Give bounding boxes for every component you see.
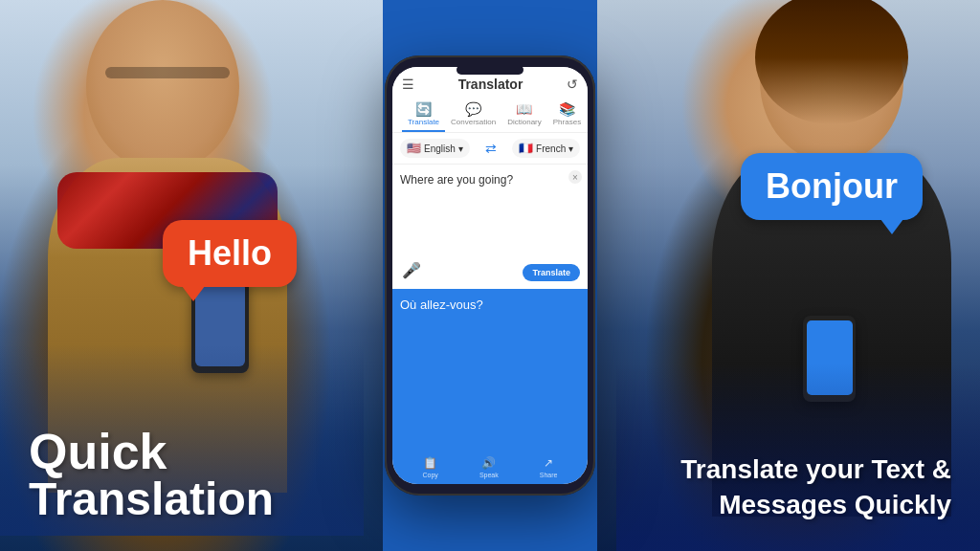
app-tabs: 🔄 Translate 💬 Conversation 📖 Dictionary …	[402, 98, 578, 132]
conversation-tab-icon: 💬	[465, 101, 481, 117]
hello-text: Hello	[163, 220, 297, 287]
left-caption: Quick Translation	[29, 427, 274, 522]
mic-button[interactable]: 🎤	[402, 261, 421, 279]
source-flag: 🇺🇸	[407, 142, 421, 155]
phone-screen: ☰ Translator ↺ 🔄 Translate 💬 Conversatio…	[392, 67, 588, 484]
app-header: ☰ Translator ↺ 🔄 Translate 💬 Conversatio…	[392, 67, 588, 133]
output-area: Où allez-vous? 📋 Copy 🔊 Speak ↗ Share	[392, 289, 588, 484]
language-selector: 🇺🇸 English ▾ ⇄ 🇫🇷 French ▾	[392, 133, 588, 165]
target-lang-label: French ▾	[536, 143, 573, 154]
phone-container: ☰ Translator ↺ 🔄 Translate 💬 Conversatio…	[385, 55, 595, 496]
share-button[interactable]: ↗ Share	[540, 456, 558, 478]
translate-tab-icon: 🔄	[415, 101, 432, 117]
tab-phrases-label: Phrases	[553, 118, 581, 126]
speak-label: Speak	[479, 472, 499, 478]
phone: ☰ Translator ↺ 🔄 Translate 💬 Conversatio…	[385, 55, 595, 496]
bonjour-bubble: Bonjour	[741, 153, 923, 220]
hello-bubble: Hello	[163, 220, 297, 287]
input-text: Where are you going?	[400, 172, 580, 188]
right-caption: Translate your Text &Messages Quickly	[680, 452, 951, 522]
quick-label: Quick	[29, 427, 274, 476]
tab-dictionary-label: Dictionary	[507, 118, 542, 126]
tab-phrases[interactable]: 📚 Phrases	[547, 98, 587, 132]
tab-translate[interactable]: 🔄 Translate	[402, 98, 445, 132]
tab-dictionary[interactable]: 📖 Dictionary	[501, 98, 547, 132]
hamburger-icon[interactable]: ☰	[402, 77, 414, 92]
share-label: Share	[540, 472, 558, 478]
speak-icon: 🔊	[481, 456, 496, 470]
translate-button[interactable]: Translate	[523, 264, 580, 281]
phrases-tab-icon: 📚	[559, 101, 575, 117]
tab-translate-label: Translate	[408, 118, 439, 126]
target-flag: 🇫🇷	[519, 142, 533, 155]
translate-msg: Translate your Text &Messages Quickly	[680, 452, 951, 522]
dictionary-tab-icon: 📖	[516, 101, 532, 117]
tab-conversation[interactable]: 💬 Conversation	[445, 98, 501, 132]
history-icon[interactable]: ↺	[567, 77, 578, 92]
app-title: Translator	[458, 77, 523, 92]
speak-button[interactable]: 🔊 Speak	[479, 456, 499, 478]
translation-label: Translation	[29, 476, 274, 522]
swap-languages-icon[interactable]: ⇄	[485, 141, 497, 156]
tab-conversation-label: Conversation	[451, 118, 496, 126]
bonjour-text: Bonjour	[741, 153, 923, 220]
copy-button[interactable]: 📋 Copy	[423, 456, 438, 478]
source-language-button[interactable]: 🇺🇸 English ▾	[400, 139, 470, 158]
target-language-button[interactable]: 🇫🇷 French ▾	[512, 139, 580, 158]
copy-icon: 📋	[423, 456, 437, 470]
share-icon: ↗	[544, 456, 553, 470]
input-area: Where are you going? × 🎤 Translate	[392, 165, 588, 289]
output-text: Où allez-vous?	[400, 297, 580, 314]
copy-label: Copy	[423, 472, 438, 478]
close-button[interactable]: ×	[568, 170, 582, 184]
phone-notch	[457, 65, 523, 75]
output-actions: 📋 Copy 🔊 Speak ↗ Share	[392, 456, 588, 478]
source-lang-label: English ▾	[424, 143, 463, 154]
